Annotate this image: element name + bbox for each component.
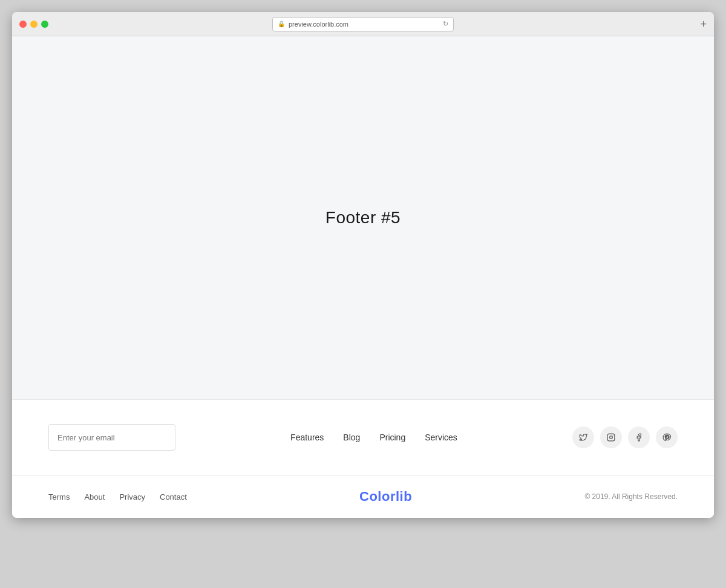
instagram-icon xyxy=(607,433,615,442)
footer-nav: Features Blog Pricing Services xyxy=(290,433,457,442)
email-input-wrapper xyxy=(48,424,175,451)
footer-copyright: © 2019. All Rights Reserved. xyxy=(584,492,678,501)
browser-window: 🔒 preview.colorlib.com ↻ + Footer #5 Fea… xyxy=(12,12,714,518)
pinterest-icon xyxy=(662,433,671,442)
facebook-icon xyxy=(635,433,643,442)
footer-social xyxy=(572,426,678,448)
arrow-right-icon xyxy=(175,432,175,443)
close-button[interactable] xyxy=(19,21,27,28)
footer-bottom-links: Terms About Privacy Contact xyxy=(48,492,187,501)
instagram-button[interactable] xyxy=(600,426,622,448)
footer-brand: Colorlib xyxy=(359,489,412,505)
maximize-button[interactable] xyxy=(41,21,48,28)
about-link[interactable]: About xyxy=(84,492,105,501)
minimize-button[interactable] xyxy=(30,21,38,28)
address-bar[interactable]: 🔒 preview.colorlib.com ↻ xyxy=(272,17,454,31)
privacy-link[interactable]: Privacy xyxy=(119,492,145,501)
terms-link[interactable]: Terms xyxy=(48,492,70,501)
footer-nav-features[interactable]: Features xyxy=(290,433,324,442)
page-content: Footer #5 xyxy=(12,36,714,399)
new-tab-button[interactable]: + xyxy=(700,19,707,30)
lock-icon: 🔒 xyxy=(278,21,285,27)
facebook-button[interactable] xyxy=(628,426,650,448)
footer-nav-services[interactable]: Services xyxy=(425,433,457,442)
browser-controls xyxy=(19,21,48,28)
footer-bottom: Terms About Privacy Contact Colorlib © 2… xyxy=(12,475,714,518)
svg-rect-0 xyxy=(607,434,615,441)
contact-link[interactable]: Contact xyxy=(160,492,187,501)
address-text: preview.colorlib.com xyxy=(289,21,439,28)
svg-point-1 xyxy=(610,436,613,439)
browser-titlebar: 🔒 preview.colorlib.com ↻ + xyxy=(12,12,714,36)
svg-point-2 xyxy=(613,435,613,436)
email-submit-button[interactable] xyxy=(168,432,175,443)
twitter-icon xyxy=(579,433,587,442)
pinterest-button[interactable] xyxy=(656,426,678,448)
footer-nav-pricing[interactable]: Pricing xyxy=(379,433,405,442)
email-subscribe-form xyxy=(48,424,175,451)
refresh-icon[interactable]: ↻ xyxy=(443,20,448,28)
email-input[interactable] xyxy=(49,433,168,442)
page-placeholder-title: Footer #5 xyxy=(325,208,401,227)
footer-main: Features Blog Pricing Services xyxy=(12,399,714,475)
footer-nav-blog[interactable]: Blog xyxy=(343,433,360,442)
twitter-button[interactable] xyxy=(572,426,594,448)
